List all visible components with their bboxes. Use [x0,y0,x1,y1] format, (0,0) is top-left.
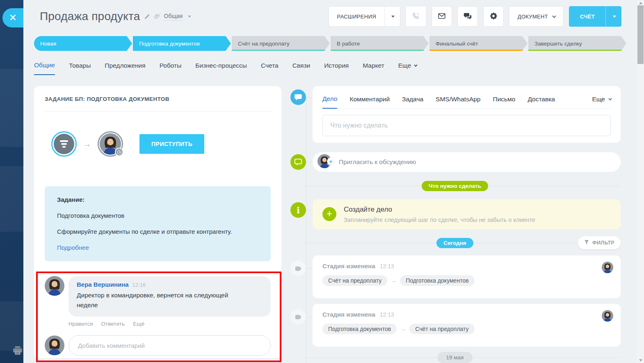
comment-author[interactable]: Вера Вершинина [77,281,129,288]
composer-tabs: Дело Комментарий Задача SMS/WhatsApp Пис… [322,91,611,109]
close-slider-button[interactable] [2,8,23,27]
chevron-down-icon [414,63,417,66]
invite-avatar [317,154,333,170]
filter-button[interactable]: ФИЛЬТР [578,236,621,249]
arrow-right-icon [391,278,396,284]
event-title: Стадия изменена [322,263,375,269]
stage-to: Счёт на предоплату [409,324,474,334]
pipeline-category-selector[interactable]: Общая [164,13,183,21]
stage-prepayment-invoice[interactable]: Счёт на предоплату [232,36,330,51]
scrollbar-thumb[interactable] [637,5,644,64]
composer-tab-activity[interactable]: Дело [322,91,337,109]
comment-actions: Нравится Ответить Ещё [69,321,271,327]
sidebar-decoration [0,69,23,147]
like-link[interactable]: Нравится [69,321,93,327]
tab-general[interactable]: Общие [34,62,55,75]
composer-tab-sms[interactable]: SMS/WhatsApp [436,91,480,108]
scroll-up-arrow[interactable] [637,0,644,6]
todo-pill[interactable]: Что нужно сделать [422,181,488,191]
tab-market[interactable]: Маркет [363,62,384,75]
deal-header: Продажа продукта Общая РАСШИРЕНИЯ [23,0,637,36]
scrollbar[interactable] [637,0,644,363]
commenter-avatar[interactable] [45,276,64,296]
stage-in-progress[interactable]: В работе [331,36,429,51]
phone-icon [411,11,420,22]
deal-slider: Продажа продукта Общая РАСШИРЕНИЯ [23,0,637,363]
tab-links[interactable]: Связи [292,62,310,75]
bp-comment: Вера Вершинина 12:16 Директор в командир… [45,276,271,317]
close-icon [9,14,16,22]
composer-tab-delivery[interactable]: Доставка [528,91,555,108]
tab-more[interactable]: Еще [398,62,417,75]
composer-tab-task[interactable]: Задача [402,91,423,108]
pipeline-stages: Новая Подготовка документов Счёт на пред… [34,36,626,51]
event-author-avatar[interactable] [602,310,613,322]
add-activity-icon[interactable] [322,207,336,221]
tab-robots[interactable]: Роботы [160,62,182,75]
mail-button[interactable] [432,6,452,27]
bp-task-title: ЗАДАНИЕ БП: ПОДГОТОВКА ДОКУМЕНТОВ [45,96,271,112]
hint-subtitle: Запланируйте следующий шаг по сделке, чт… [344,217,535,223]
paperclip-icon[interactable] [154,13,160,20]
activity-composer: Дело Комментарий Задача SMS/WhatsApp Пис… [313,86,621,143]
event-author-avatar[interactable] [602,262,613,273]
stage-close-deal[interactable]: Завершить сделку [528,36,626,51]
tab-invoices[interactable]: Счета [261,62,279,75]
tab-products[interactable]: Товары [69,62,91,75]
current-user-avatar [45,336,64,355]
sidebar-decoration [0,166,23,232]
clock-icon [115,148,123,156]
invoice-dropdown[interactable] [605,7,621,26]
timeline-event[interactable]: Стадия изменена 12:13 Счёт на предоплату… [313,256,621,298]
todo-input[interactable] [322,115,611,136]
stage-to: Подготовка документов [400,275,474,286]
add-person-icon [327,158,335,165]
document-button[interactable]: ДОКУМЕНТ [509,6,564,27]
header-actions: РАСШИРЕНИЯ [329,6,621,27]
invite-to-discussion[interactable]: Пригласить к обсуждению [313,152,621,172]
scroll-down-arrow[interactable] [637,357,644,363]
tab-history[interactable]: История [324,62,349,75]
page-title: Продажа продукта [40,10,140,23]
timeline-event[interactable]: Стадия изменена 12:13 Подготовка докумен… [313,304,621,347]
composer-tab-email[interactable]: Письмо [493,91,516,108]
tab-business-processes[interactable]: Бизнес-процессы [195,62,247,75]
task-name: Подготовка документов [57,211,258,221]
invoice-button[interactable]: СЧЁТ [569,6,621,27]
stage-from: Подготовка документов [322,324,397,334]
workflow-icon [51,131,77,157]
task-description: Сформируйте документы по сделке и отправ… [57,227,258,237]
stage-new[interactable]: Новая [34,36,132,51]
settings-button[interactable] [483,6,504,27]
stage-docs-preparation[interactable]: Подготовка документов [133,36,231,51]
add-comment-input[interactable] [69,335,271,356]
discussion-chat-icon [290,154,306,170]
bp-task-panel: ЗАДАНИЕ БП: ПОДГОТОВКА ДОКУМЕНТОВ ПРИСТУ… [34,86,281,358]
reply-link[interactable]: Ответить [101,321,125,327]
more-actions-link[interactable]: Ещё [133,321,144,327]
stage-final-invoice[interactable]: Финальный счёт [429,36,528,51]
today-pill[interactable]: Сегодня [436,238,473,248]
chat-button[interactable] [457,6,478,27]
call-button[interactable] [406,6,426,27]
print-button[interactable] [11,346,23,356]
composer-tab-comment[interactable]: Комментарий [349,91,390,108]
assignee-avatar[interactable] [98,131,123,157]
extensions-button[interactable]: РАСШИРЕНИЯ [329,6,400,27]
extensions-dropdown[interactable] [384,7,400,26]
funnel-icon [584,240,589,246]
envelope-icon [437,11,446,22]
task-more-link[interactable]: Подробнее [57,243,258,253]
arrow-right-icon [400,326,406,332]
edit-title-icon[interactable] [144,14,150,20]
hint-title[interactable]: Создайте дело [344,205,535,214]
comment-bubble: Вера Вершинина 12:16 Директор в командир… [69,276,271,317]
stage-change-icon [290,260,306,276]
printer-icon [12,351,23,357]
tab-quotes[interactable]: Предложения [105,62,145,75]
start-task-button[interactable]: ПРИСТУПИТЬ [139,134,204,154]
date-pill: 19 мая [437,352,473,363]
bp-task-description-box: Задание: Подготовка документов Сформируй… [45,186,271,261]
activity-chat-icon [290,89,306,105]
composer-tab-more[interactable]: Еще [592,91,611,108]
